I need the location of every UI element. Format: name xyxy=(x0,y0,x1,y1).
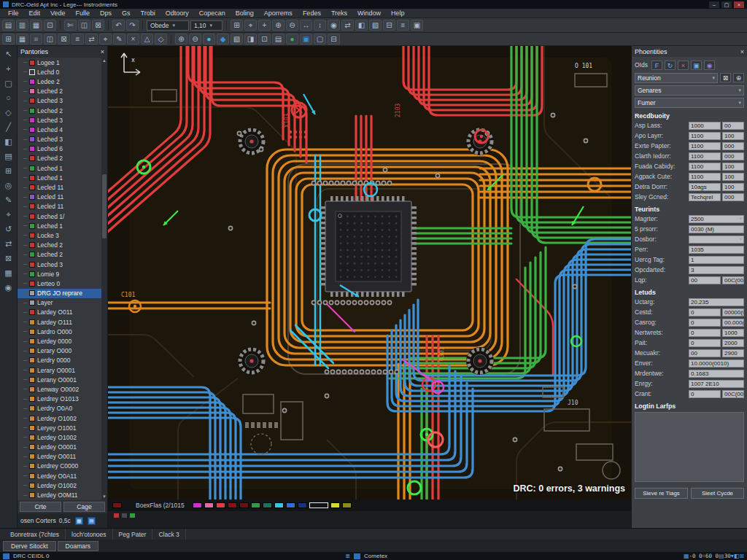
fill-tool-icon[interactable]: ▤ xyxy=(1,149,16,163)
diamond-tool-icon[interactable]: ◇ xyxy=(1,106,16,120)
menu-treks[interactable]: Treks xyxy=(326,9,352,18)
sheet-tab[interactable]: Derve Sitockt xyxy=(3,541,56,551)
layer-item[interactable]: Lardro O000 xyxy=(18,327,101,336)
menu-trobi[interactable]: Trobi xyxy=(136,9,160,18)
property-value[interactable]: 100 xyxy=(722,183,744,191)
login-list-box[interactable] xyxy=(635,412,744,482)
zoom-in-icon[interactable]: ⊕ xyxy=(272,20,285,31)
scrollbar[interactable]: ▲ ▼ xyxy=(101,58,107,500)
color-swatch[interactable] xyxy=(204,502,214,508)
delete-tool-icon[interactable]: ⊠ xyxy=(1,252,16,265)
layer-item[interactable]: Lecled 11 xyxy=(18,182,101,192)
property-value[interactable]: 2000 xyxy=(722,339,744,347)
property-value[interactable]: 20.235 xyxy=(689,298,744,306)
layer-item[interactable]: Leched 2 xyxy=(18,106,101,115)
property-value[interactable]: 00000(00) xyxy=(722,308,744,316)
property-value[interactable]: 000 xyxy=(722,193,744,201)
board-blue-icon[interactable]: ▣ xyxy=(300,34,312,44)
close-button[interactable]: × xyxy=(734,1,744,8)
property-value[interactable]: 000 xyxy=(722,142,744,150)
property-value[interactable]: 00C(000) xyxy=(722,276,744,284)
properties-dropdown-1[interactable]: Reunion▾ xyxy=(635,73,718,83)
pan-v-icon[interactable]: ↕ xyxy=(314,20,326,31)
hatch-2-icon[interactable]: ▧ xyxy=(231,34,243,44)
layer-item[interactable]: Leched 4 xyxy=(18,125,101,134)
color-swatch[interactable] xyxy=(112,502,122,508)
layer-item[interactable]: Leched 1 xyxy=(18,173,101,182)
layer-item[interactable]: Lerteo 0 xyxy=(18,279,101,288)
half-right-icon[interactable]: ◨ xyxy=(244,34,257,44)
delete-icon[interactable]: ⊠ xyxy=(58,34,70,44)
layer-combo[interactable]: Obede▾ xyxy=(147,20,189,31)
filter-icon[interactable]: F xyxy=(651,61,662,70)
layer-item[interactable]: Lerany O0001 xyxy=(18,375,101,384)
net-green-icon[interactable]: ● xyxy=(286,34,298,44)
property-value[interactable]: 00 xyxy=(689,276,721,284)
property-value[interactable]: 1100 xyxy=(689,163,721,171)
property-value[interactable]: 0.1683 xyxy=(689,370,744,378)
maximize-button[interactable]: ▢ xyxy=(721,1,732,8)
sheet-icon[interactable]: ▤ xyxy=(272,34,285,44)
swap-tool-icon[interactable]: ⇄ xyxy=(1,237,16,251)
color-swatch[interactable] xyxy=(216,502,225,508)
layer-item[interactable]: Leched 3 xyxy=(18,135,101,144)
layer-item[interactable]: Lerdey O1002 xyxy=(18,413,101,423)
paste-icon[interactable]: ⊠ xyxy=(92,20,104,31)
refresh-icon[interactable]: ↻ xyxy=(665,61,676,70)
sheet-icon[interactable]: ▤ xyxy=(719,553,724,559)
layer-item[interactable]: Lecled 11 xyxy=(18,192,101,202)
color-swatch[interactable] xyxy=(239,502,249,508)
document-tab[interactable]: Peg Pater xyxy=(113,529,153,540)
layer-item[interactable]: Leched 3 xyxy=(18,96,101,106)
erase-icon[interactable]: × xyxy=(127,34,139,44)
net-blue-icon[interactable]: ◆ xyxy=(217,34,229,44)
property-value[interactable]: Techqrel xyxy=(689,193,721,201)
close-icon[interactable]: × xyxy=(101,48,104,55)
property-value[interactable]: 2500▾ xyxy=(689,215,744,223)
mini-color-swatch[interactable] xyxy=(130,513,135,518)
layer-item[interactable]: Lerdry O0A0 xyxy=(18,404,101,413)
property-value[interactable]: 2900 xyxy=(722,349,744,357)
layer-item[interactable]: Lerdrey O1013 xyxy=(18,394,101,404)
property-value[interactable]: 1000 xyxy=(722,329,744,337)
grid-icon[interactable]: ▦ xyxy=(684,553,689,559)
ring-tool-icon[interactable]: ◎ xyxy=(1,179,16,192)
property-value[interactable]: 3 xyxy=(689,266,744,274)
board-icon[interactable]: ▣ xyxy=(411,20,423,31)
layer-item[interactable]: Layer xyxy=(18,298,101,308)
property-value[interactable]: 000 xyxy=(722,152,744,160)
property-value[interactable]: 00.000(0) xyxy=(722,319,744,327)
pen-tool-icon[interactable]: ✎ xyxy=(1,193,16,207)
scroll-up-icon[interactable]: ▲ xyxy=(101,58,107,64)
menu-file[interactable]: File xyxy=(3,9,24,18)
print-icon[interactable]: ⊡ xyxy=(44,20,56,31)
layer-item[interactable]: Leryey O1001 xyxy=(18,423,101,432)
layer-item[interactable]: Lardey O011 xyxy=(18,308,101,317)
layer-item[interactable]: Leched 1 xyxy=(18,163,101,173)
rect-tool-icon[interactable]: ▢ xyxy=(1,77,16,90)
property-value[interactable]: 0030 (M) xyxy=(689,225,744,233)
menu-fulle[interactable]: Fulle xyxy=(71,9,96,18)
half-tool-icon[interactable]: ◧ xyxy=(1,135,16,149)
list-icon[interactable]: ≡ xyxy=(397,20,409,31)
grid2-icon[interactable]: ⊞ xyxy=(739,553,744,559)
cage-button[interactable]: Cage xyxy=(63,502,105,512)
mesh-icon[interactable]: ⌗ xyxy=(30,34,42,44)
circle-tool-icon[interactable]: ○ xyxy=(1,91,16,105)
scrollbar-thumb[interactable] xyxy=(102,174,107,238)
property-value[interactable]: 0 xyxy=(689,319,721,327)
layer-item[interactable]: Lerdrey C0000 xyxy=(18,462,101,471)
menu-edit[interactable]: Edit xyxy=(24,9,46,18)
redo-icon[interactable]: ↷ xyxy=(126,20,139,31)
property-value[interactable]: 00 xyxy=(722,122,744,130)
crte-button[interactable]: Crte xyxy=(20,502,61,512)
line-tool-icon[interactable]: ╱ xyxy=(1,120,16,134)
property-value[interactable]: 1100 xyxy=(689,132,721,140)
layer-item[interactable]: Lerdey O0A11 xyxy=(18,471,101,481)
layer-item[interactable]: Lerdey O0011 xyxy=(18,452,101,462)
mini-color-swatch[interactable] xyxy=(114,513,119,518)
property-value[interactable]: 100 xyxy=(722,132,744,140)
document-tab[interactable]: Bonretrax (7chtes xyxy=(4,529,66,540)
layer-item[interactable]: Logee 1 xyxy=(18,58,101,67)
blank-icon[interactable]: ▢ xyxy=(314,34,326,44)
